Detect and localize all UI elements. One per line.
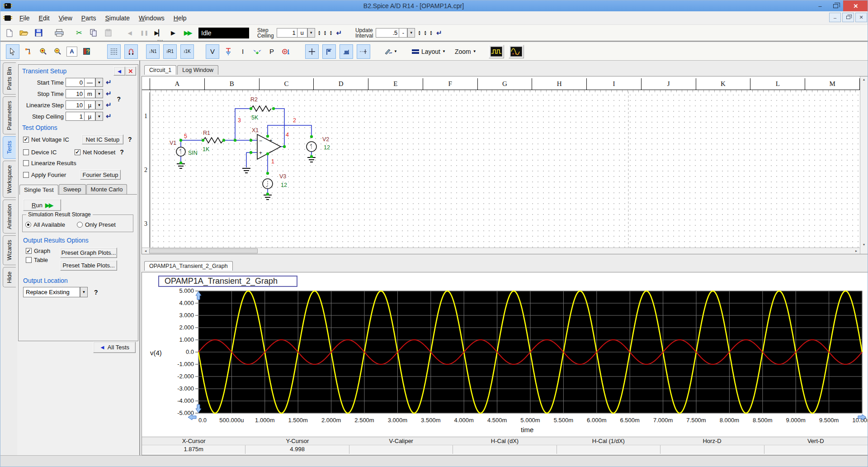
menu-view[interactable]: View xyxy=(54,13,77,24)
apply-fourier-checkbox[interactable] xyxy=(23,172,29,178)
linearize-step-unit-dropdown[interactable]: ▼ xyxy=(95,100,103,110)
save-button[interactable] xyxy=(33,27,44,39)
transient-help[interactable]: ? xyxy=(117,95,121,103)
canvas-vscrollbar[interactable]: ▴ ▾ xyxy=(860,76,868,254)
text-tool-button[interactable]: A xyxy=(66,47,77,57)
linearize-step-apply-icon[interactable]: ↵ xyxy=(106,101,112,109)
update-interval-input[interactable] xyxy=(376,28,399,38)
tab-graph[interactable]: OPAMP1A_Transient_2_Graph xyxy=(144,261,233,271)
stop-time-input[interactable] xyxy=(66,89,85,98)
menu-parts[interactable]: Parts xyxy=(77,13,101,24)
close-button[interactable]: ✕ xyxy=(843,0,868,11)
transient-plot[interactable]: 5.0004.0003.0002.0001.0000.0-1.000-2.000… xyxy=(173,288,868,426)
all-tests-button[interactable]: ◄All Tests xyxy=(93,342,136,353)
linearize-step-input[interactable] xyxy=(66,100,85,110)
output-location-help[interactable]: ? xyxy=(94,289,98,296)
tab-monte-carlo[interactable]: Monte Carlo xyxy=(86,184,127,194)
pause-button[interactable]: ❚❚ xyxy=(139,27,150,39)
power-marker-button[interactable] xyxy=(281,45,292,58)
corner-probe-tool-button[interactable] xyxy=(322,44,336,59)
sidebar-tab-parts-bin[interactable]: Parts Bin xyxy=(3,62,16,95)
annotation-pen-dropdown[interactable]: ▼ xyxy=(384,45,398,58)
run-button-toolbar[interactable]: ▶ xyxy=(168,27,179,39)
device-ic-checkbox[interactable] xyxy=(23,149,29,155)
zoom-in-tool-button[interactable] xyxy=(38,45,48,58)
zoom-dropdown[interactable]: Zoom▼ xyxy=(454,45,477,58)
tab-circuit-1[interactable]: Circuit_1 xyxy=(144,65,176,75)
menu-help[interactable]: Help xyxy=(169,13,191,24)
minimize-button[interactable]: – xyxy=(812,0,828,11)
child-minimize-button[interactable]: – xyxy=(829,13,841,22)
linearize-results-checkbox[interactable] xyxy=(23,160,29,166)
power-probe-button[interactable]: P xyxy=(266,45,277,58)
start-time-unit-dropdown[interactable]: ▼ xyxy=(95,78,103,87)
tab-single-test[interactable]: Single Test xyxy=(19,185,58,195)
open-file-button[interactable] xyxy=(19,27,29,39)
graph-title-box[interactable]: OPAMP1A_Transient_2_Graph xyxy=(158,276,297,287)
net-ic-help[interactable]: ? xyxy=(128,136,132,143)
menu-windows[interactable]: Windows xyxy=(134,13,169,24)
all-available-radio[interactable] xyxy=(25,222,31,228)
level-tool-button[interactable] xyxy=(340,44,353,59)
sidebar-tab-parameters[interactable]: Parameters xyxy=(3,96,16,135)
value-label-toggle-button[interactable]: ≀1K xyxy=(180,44,194,59)
cut-button[interactable]: ✂ xyxy=(74,27,85,39)
hscroll-thumb[interactable] xyxy=(149,248,258,253)
canvas-hscrollbar[interactable]: ◂ ▸ xyxy=(142,248,860,254)
part-help-tool-button[interactable]: ? xyxy=(81,45,92,58)
step-ceiling-apply-icon[interactable]: ↵ xyxy=(336,29,342,37)
sidebar-tab-workspace[interactable]: Workspace xyxy=(3,161,16,198)
sidebar-tab-hide[interactable]: Hide xyxy=(3,267,16,288)
stop-time-unit-dropdown[interactable]: ▼ xyxy=(95,89,103,98)
digital-graph-button[interactable] xyxy=(489,45,504,58)
stop-time-apply-icon[interactable]: ↵ xyxy=(106,90,112,98)
vscroll-up-arrow[interactable]: ▴ xyxy=(860,76,868,82)
voltage-probe-button[interactable]: V xyxy=(206,44,219,59)
vscroll-down-arrow[interactable]: ▾ xyxy=(860,242,868,248)
update-interval-unit-dropdown[interactable]: ▼ xyxy=(407,28,415,38)
child-restore-button[interactable] xyxy=(842,13,854,22)
table-checkbox[interactable] xyxy=(26,257,32,263)
step-run-button[interactable]: ▶▏... xyxy=(153,27,164,39)
print-button[interactable] xyxy=(54,27,65,39)
run-test-button[interactable]: Run▶▶ xyxy=(23,199,61,211)
close-panel-button[interactable]: ✕ xyxy=(125,67,136,76)
net-nodeset-checkbox[interactable]: ✓ xyxy=(75,149,80,155)
new-file-button[interactable] xyxy=(4,27,15,39)
graph-checkbox[interactable]: ✓ xyxy=(26,248,32,254)
step-back-button[interactable]: ◀ xyxy=(124,27,135,39)
tab-log-window[interactable]: Log Window xyxy=(177,65,218,75)
output-location-select[interactable]: Replace Existing xyxy=(23,287,80,297)
analog-graph-button[interactable] xyxy=(509,45,524,58)
output-location-dropdown[interactable]: ▼ xyxy=(80,287,88,297)
menu-edit[interactable]: Edit xyxy=(34,13,54,24)
current-probe-button[interactable]: I xyxy=(237,45,248,58)
tab-sweep[interactable]: Sweep xyxy=(59,184,86,194)
fourier-setup-button[interactable]: Fourier Setup xyxy=(80,170,121,180)
fast-run-button[interactable]: ▶▶ xyxy=(182,27,193,39)
update-interval-stepper[interactable]: ▲ ▲ ▲▼ ▼ ▼ xyxy=(418,30,434,36)
step-ceiling-stepper[interactable]: ▲ ▲ ▲▼ ▼ ▼ xyxy=(318,30,334,36)
schematic-canvas[interactable] xyxy=(150,92,860,248)
menu-file[interactable]: File xyxy=(15,13,34,24)
sidebar-tab-animation[interactable]: Animation xyxy=(3,200,16,234)
only-preset-radio[interactable] xyxy=(77,222,83,228)
restore-button[interactable] xyxy=(828,0,843,11)
zoom-out-tool-button[interactable] xyxy=(52,45,63,58)
net-ic-setup-button[interactable]: Net IC Setup xyxy=(82,134,123,144)
step-ceiling-unit-dropdown[interactable]: ▼ xyxy=(307,28,315,38)
ref-designator-toggle-button[interactable]: ≀R1 xyxy=(163,44,177,59)
layout-dropdown[interactable]: Layout▼ xyxy=(411,45,446,58)
step-ceiling-field-apply-icon[interactable]: ↵ xyxy=(106,112,112,120)
nodeset-help[interactable]: ? xyxy=(120,148,124,156)
hscroll-left-arrow[interactable]: ◂ xyxy=(142,248,149,254)
crosshair-tool-button[interactable] xyxy=(305,44,319,59)
grid-toggle-button[interactable] xyxy=(107,44,121,59)
voltage-marker-button[interactable] xyxy=(223,45,234,58)
snap-toggle-button[interactable] xyxy=(124,44,138,59)
hscroll-right-arrow[interactable]: ▸ xyxy=(853,248,860,254)
preset-table-plots-button[interactable]: Preset Table Plots... xyxy=(60,260,117,271)
start-time-apply-icon[interactable]: ↵ xyxy=(106,78,112,86)
sidebar-tab-tests[interactable]: Tests xyxy=(3,136,16,158)
pointer-tool-button[interactable] xyxy=(6,44,19,59)
